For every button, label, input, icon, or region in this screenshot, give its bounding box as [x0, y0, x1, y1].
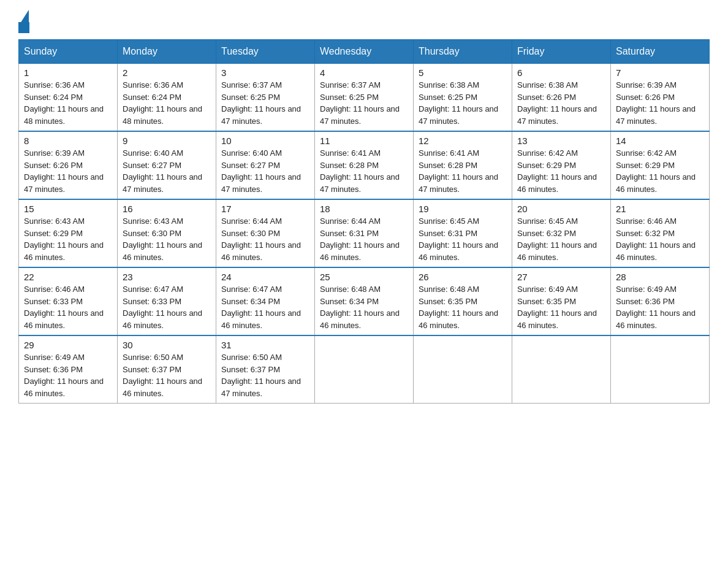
day-info: Sunrise: 6:40 AMSunset: 6:27 PMDaylight:… — [123, 147, 211, 195]
day-number: 10 — [221, 136, 309, 146]
calendar-day-cell: 1Sunrise: 6:36 AMSunset: 6:24 PMDaylight… — [19, 64, 118, 132]
day-number: 14 — [616, 136, 704, 146]
day-number: 7 — [616, 67, 704, 78]
calendar-day-cell: 3Sunrise: 6:37 AMSunset: 6:25 PMDaylight… — [216, 64, 315, 132]
calendar-week-row: 22Sunrise: 6:46 AMSunset: 6:33 PMDayligh… — [19, 267, 710, 335]
calendar-header-sunday: Sunday — [19, 40, 118, 64]
calendar-day-cell: 13Sunrise: 6:42 AMSunset: 6:29 PMDayligh… — [512, 131, 611, 199]
calendar-day-cell — [414, 335, 512, 404]
day-number: 4 — [320, 67, 408, 78]
calendar-day-cell: 8Sunrise: 6:39 AMSunset: 6:26 PMDaylight… — [19, 131, 118, 199]
day-number: 27 — [517, 272, 605, 282]
day-info: Sunrise: 6:48 AMSunset: 6:34 PMDaylight:… — [320, 283, 408, 331]
day-number: 19 — [419, 204, 507, 214]
calendar-day-cell: 26Sunrise: 6:48 AMSunset: 6:35 PMDayligh… — [414, 267, 512, 335]
calendar-day-cell: 16Sunrise: 6:43 AMSunset: 6:30 PMDayligh… — [118, 199, 216, 267]
day-number: 31 — [221, 340, 309, 350]
day-info: Sunrise: 6:43 AMSunset: 6:29 PMDaylight:… — [24, 215, 112, 263]
calendar-day-cell: 19Sunrise: 6:45 AMSunset: 6:31 PMDayligh… — [414, 199, 512, 267]
day-info: Sunrise: 6:49 AMSunset: 6:36 PMDaylight:… — [616, 283, 704, 331]
calendar-day-cell: 15Sunrise: 6:43 AMSunset: 6:29 PMDayligh… — [19, 199, 118, 267]
calendar-day-cell: 14Sunrise: 6:42 AMSunset: 6:29 PMDayligh… — [611, 131, 710, 199]
day-number: 21 — [616, 204, 704, 214]
day-info: Sunrise: 6:46 AMSunset: 6:32 PMDaylight:… — [616, 215, 704, 263]
day-info: Sunrise: 6:42 AMSunset: 6:29 PMDaylight:… — [517, 147, 605, 195]
calendar-week-row: 15Sunrise: 6:43 AMSunset: 6:29 PMDayligh… — [19, 199, 710, 267]
day-number: 3 — [221, 67, 309, 78]
day-number: 28 — [616, 272, 704, 282]
day-info: Sunrise: 6:48 AMSunset: 6:35 PMDaylight:… — [419, 283, 507, 331]
day-info: Sunrise: 6:41 AMSunset: 6:28 PMDaylight:… — [419, 147, 507, 195]
calendar-day-cell: 17Sunrise: 6:44 AMSunset: 6:30 PMDayligh… — [216, 199, 315, 267]
calendar-day-cell: 28Sunrise: 6:49 AMSunset: 6:36 PMDayligh… — [611, 267, 710, 335]
day-number: 23 — [123, 272, 211, 282]
day-info: Sunrise: 6:40 AMSunset: 6:27 PMDaylight:… — [221, 147, 309, 195]
calendar-day-cell — [611, 335, 710, 404]
calendar-header-friday: Friday — [512, 40, 611, 64]
logo — [18, 12, 34, 33]
day-info: Sunrise: 6:44 AMSunset: 6:30 PMDaylight:… — [221, 215, 309, 263]
calendar-day-cell: 11Sunrise: 6:41 AMSunset: 6:28 PMDayligh… — [315, 131, 414, 199]
calendar-day-cell: 4Sunrise: 6:37 AMSunset: 6:25 PMDaylight… — [315, 64, 414, 132]
day-info: Sunrise: 6:37 AMSunset: 6:25 PMDaylight:… — [221, 79, 309, 127]
day-info: Sunrise: 6:46 AMSunset: 6:33 PMDaylight:… — [24, 283, 112, 331]
calendar-day-cell: 24Sunrise: 6:47 AMSunset: 6:34 PMDayligh… — [216, 267, 315, 335]
calendar-day-cell: 27Sunrise: 6:49 AMSunset: 6:35 PMDayligh… — [512, 267, 611, 335]
calendar-day-cell: 21Sunrise: 6:46 AMSunset: 6:32 PMDayligh… — [611, 199, 710, 267]
day-number: 17 — [221, 204, 309, 214]
calendar-day-cell: 25Sunrise: 6:48 AMSunset: 6:34 PMDayligh… — [315, 267, 414, 335]
day-info: Sunrise: 6:45 AMSunset: 6:31 PMDaylight:… — [419, 215, 507, 263]
day-number: 25 — [320, 272, 408, 282]
day-number: 20 — [517, 204, 605, 214]
calendar-week-row: 29Sunrise: 6:49 AMSunset: 6:36 PMDayligh… — [19, 335, 710, 404]
day-info: Sunrise: 6:47 AMSunset: 6:33 PMDaylight:… — [123, 283, 211, 331]
calendar-day-cell — [315, 335, 414, 404]
calendar-day-cell: 22Sunrise: 6:46 AMSunset: 6:33 PMDayligh… — [19, 267, 118, 335]
calendar-header-monday: Monday — [118, 40, 216, 64]
calendar-day-cell: 10Sunrise: 6:40 AMSunset: 6:27 PMDayligh… — [216, 131, 315, 199]
calendar-day-cell: 29Sunrise: 6:49 AMSunset: 6:36 PMDayligh… — [19, 335, 118, 404]
calendar-day-cell: 6Sunrise: 6:38 AMSunset: 6:26 PMDaylight… — [512, 64, 611, 132]
day-info: Sunrise: 6:45 AMSunset: 6:32 PMDaylight:… — [517, 215, 605, 263]
calendar-day-cell: 20Sunrise: 6:45 AMSunset: 6:32 PMDayligh… — [512, 199, 611, 267]
day-info: Sunrise: 6:50 AMSunset: 6:37 PMDaylight:… — [123, 351, 211, 399]
calendar-table: SundayMondayTuesdayWednesdayThursdayFrid… — [18, 39, 710, 404]
day-info: Sunrise: 6:38 AMSunset: 6:26 PMDaylight:… — [517, 79, 605, 127]
day-number: 22 — [24, 272, 112, 282]
calendar-day-cell: 2Sunrise: 6:36 AMSunset: 6:24 PMDaylight… — [118, 64, 216, 132]
day-info: Sunrise: 6:49 AMSunset: 6:35 PMDaylight:… — [517, 283, 605, 331]
calendar-header-wednesday: Wednesday — [315, 40, 414, 64]
day-number: 24 — [221, 272, 309, 282]
day-info: Sunrise: 6:39 AMSunset: 6:26 PMDaylight:… — [616, 79, 704, 127]
calendar-day-cell: 9Sunrise: 6:40 AMSunset: 6:27 PMDaylight… — [118, 131, 216, 199]
day-info: Sunrise: 6:39 AMSunset: 6:26 PMDaylight:… — [24, 147, 112, 195]
day-info: Sunrise: 6:41 AMSunset: 6:28 PMDaylight:… — [320, 147, 408, 195]
day-info: Sunrise: 6:44 AMSunset: 6:31 PMDaylight:… — [320, 215, 408, 263]
calendar-day-cell: 31Sunrise: 6:50 AMSunset: 6:37 PMDayligh… — [216, 335, 315, 404]
calendar-day-cell: 7Sunrise: 6:39 AMSunset: 6:26 PMDaylight… — [611, 64, 710, 132]
day-info: Sunrise: 6:47 AMSunset: 6:34 PMDaylight:… — [221, 283, 309, 331]
day-info: Sunrise: 6:49 AMSunset: 6:36 PMDaylight:… — [24, 351, 112, 399]
day-number: 6 — [517, 67, 605, 78]
calendar-day-cell: 23Sunrise: 6:47 AMSunset: 6:33 PMDayligh… — [118, 267, 216, 335]
calendar-day-cell — [512, 335, 611, 404]
calendar-header-tuesday: Tuesday — [216, 40, 315, 64]
calendar-day-cell: 5Sunrise: 6:38 AMSunset: 6:25 PMDaylight… — [414, 64, 512, 132]
calendar-day-cell: 12Sunrise: 6:41 AMSunset: 6:28 PMDayligh… — [414, 131, 512, 199]
day-info: Sunrise: 6:36 AMSunset: 6:24 PMDaylight:… — [123, 79, 211, 127]
calendar-day-cell: 18Sunrise: 6:44 AMSunset: 6:31 PMDayligh… — [315, 199, 414, 267]
day-number: 9 — [123, 136, 211, 146]
day-number: 11 — [320, 136, 408, 146]
calendar-day-cell: 30Sunrise: 6:50 AMSunset: 6:37 PMDayligh… — [118, 335, 216, 404]
day-number: 26 — [419, 272, 507, 282]
page-header — [18, 12, 710, 33]
day-info: Sunrise: 6:38 AMSunset: 6:25 PMDaylight:… — [419, 79, 507, 127]
calendar-header-saturday: Saturday — [611, 40, 710, 64]
day-number: 15 — [24, 204, 112, 214]
day-number: 1 — [24, 67, 112, 78]
day-info: Sunrise: 6:42 AMSunset: 6:29 PMDaylight:… — [616, 147, 704, 195]
day-number: 12 — [419, 136, 507, 146]
day-number: 8 — [24, 136, 112, 146]
day-info: Sunrise: 6:36 AMSunset: 6:24 PMDaylight:… — [24, 79, 112, 127]
calendar-header-thursday: Thursday — [414, 40, 512, 64]
